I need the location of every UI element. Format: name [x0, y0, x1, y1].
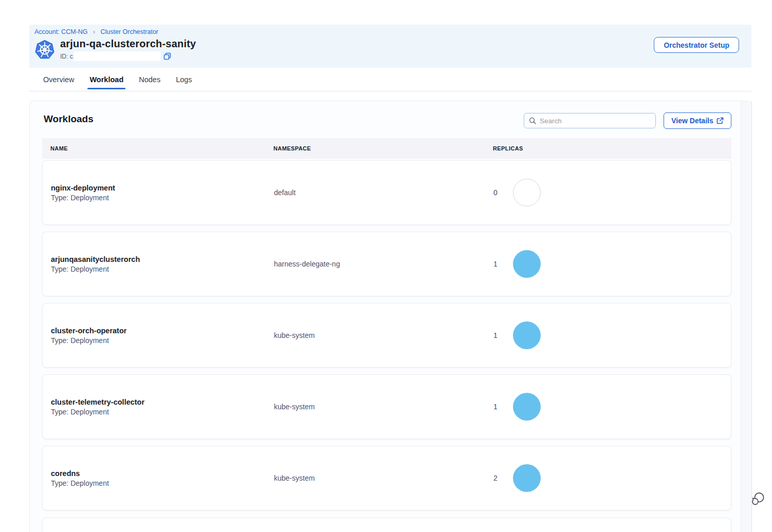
cluster-tabs: Overview Workload Nodes Logs — [29, 68, 751, 91]
table-row-partial[interactable] — [42, 518, 731, 532]
workload-namespace: default — [274, 188, 493, 197]
external-link-icon — [716, 117, 724, 124]
column-header-name: NAME — [42, 145, 273, 151]
breadcrumb: Account: CCM-NG › Cluster Orchestrator — [34, 28, 158, 35]
table-row[interactable]: arjunqasanityclusterorch Type: Deploymen… — [42, 232, 731, 296]
workload-name: arjunqasanityclusterorch — [51, 255, 274, 263]
workload-namespace: kube-system — [274, 331, 493, 339]
replica-count: 0 — [493, 188, 513, 197]
table-header: NAME NAMESPACE REPLICAS — [42, 138, 731, 159]
tab-nodes[interactable]: Nodes — [139, 68, 160, 91]
replica-status-circle — [513, 179, 541, 206]
column-header-namespace: NAMESPACE — [273, 145, 493, 151]
page-header: Account: CCM-NG › Cluster Orchestrator — [29, 25, 751, 68]
tab-overview[interactable]: Overview — [43, 68, 74, 91]
replica-count: 1 — [493, 260, 513, 268]
workload-type: Type: Deployment — [51, 408, 274, 416]
column-header-replicas: REPLICAS — [493, 145, 731, 151]
breadcrumb-section-link[interactable]: Cluster Orchestrator — [100, 28, 158, 35]
copy-icon[interactable] — [163, 52, 171, 60]
workload-name: coredns — [51, 469, 274, 478]
page-title: arjun-qa-clusterorch-sanity — [60, 38, 196, 50]
cluster-orchestrator-page: Account: CCM-NG › Cluster Orchestrator — [0, 0, 772, 532]
table-row[interactable]: nginx-deployment Type: Deployment defaul… — [42, 160, 731, 225]
workloads-panel: Workloads View Details NAME NAMESPACE RE… — [29, 101, 751, 532]
view-details-label: View Details — [671, 117, 713, 125]
replica-count: 1 — [493, 403, 513, 411]
workload-name: cluster-telemetry-collector — [51, 398, 274, 406]
workload-namespace: kube-system — [274, 474, 493, 482]
replica-count: 2 — [493, 474, 513, 482]
cluster-id-redacted — [74, 51, 160, 61]
orchestrator-setup-button[interactable]: Orchestrator Setup — [654, 37, 739, 53]
breadcrumb-separator-icon: › — [93, 28, 95, 35]
chat-bubbles-icon[interactable] — [749, 491, 766, 507]
workload-type: Type: Deployment — [51, 336, 274, 345]
view-details-button[interactable]: View Details — [664, 112, 731, 129]
cluster-title-row: arjun-qa-clusterorch-sanity ID: c — [34, 38, 196, 61]
replica-status-circle — [513, 464, 541, 492]
workload-type: Type: Deployment — [51, 479, 274, 487]
kubernetes-logo-icon — [34, 40, 55, 60]
workload-namespace: kube-system — [274, 403, 493, 411]
workloads-heading: Workloads — [44, 113, 94, 125]
workloads-search[interactable] — [524, 113, 656, 128]
replica-status-circle — [513, 393, 541, 421]
replica-status-circle — [513, 250, 541, 278]
table-row[interactable]: coredns Type: Deployment kube-system 2 — [42, 446, 731, 510]
workload-type: Type: Deployment — [51, 194, 274, 202]
table-row[interactable]: cluster-orch-operator Type: Deployment k… — [42, 303, 731, 368]
search-icon — [529, 117, 536, 124]
cluster-id-label: ID: c — [60, 53, 73, 60]
table-row[interactable]: cluster-telemetry-collector Type: Deploy… — [42, 374, 731, 439]
tab-logs[interactable]: Logs — [176, 68, 192, 91]
workload-namespace: harness-delegate-ng — [274, 260, 493, 268]
workload-name: nginx-deployment — [51, 184, 274, 192]
breadcrumb-account-link[interactable]: Account: CCM-NG — [34, 28, 88, 35]
replica-status-circle — [513, 321, 541, 349]
workload-name: cluster-orch-operator — [51, 327, 274, 335]
vertical-scrollbar[interactable] — [741, 101, 752, 532]
tab-workload[interactable]: Workload — [89, 68, 123, 91]
search-input[interactable] — [540, 117, 651, 125]
workload-type: Type: Deployment — [51, 265, 274, 273]
replica-count: 1 — [493, 331, 513, 339]
